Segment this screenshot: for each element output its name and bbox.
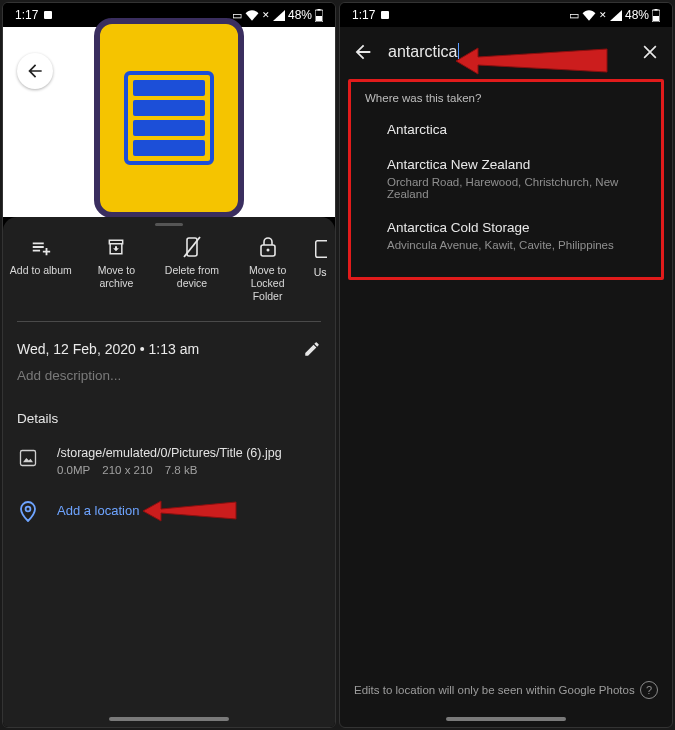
- no-sim-icon: ✕: [262, 10, 270, 20]
- notif-icon: [44, 11, 52, 19]
- close-icon: [640, 42, 660, 62]
- file-detail-row: /storage/emulated/0/Pictures/Title (6).j…: [3, 440, 335, 486]
- file-mp: 0.0MP: [57, 464, 90, 476]
- suggestion-item[interactable]: Antarctica Cold Storage Advincula Avenue…: [359, 212, 653, 263]
- footer-note: Edits to location will only be seen with…: [340, 681, 672, 699]
- image-icon: [17, 446, 39, 468]
- photo-preview: [3, 27, 335, 217]
- no-sim-icon: ✕: [599, 10, 607, 20]
- overflow-icon: [313, 238, 327, 260]
- lock-icon: [257, 236, 279, 258]
- clear-button[interactable]: [640, 42, 660, 62]
- divider: [17, 321, 321, 322]
- arrow-left-icon: [25, 61, 45, 81]
- svg-rect-11: [655, 9, 658, 11]
- help-button[interactable]: ?: [640, 681, 658, 699]
- action-row: Add to album Move to archive Delete from…: [3, 228, 335, 317]
- svg-point-9: [26, 507, 31, 512]
- status-time: 1:17: [15, 8, 38, 22]
- status-bar: 1:17 ▭ ✕ 48%: [340, 3, 672, 27]
- edit-datetime-button[interactable]: [303, 340, 321, 358]
- info-sheet: Add to album Move to archive Delete from…: [3, 217, 335, 727]
- svg-point-6: [266, 249, 269, 252]
- battery-pct: 48%: [625, 8, 649, 22]
- pencil-icon: [303, 340, 321, 358]
- battery-pct: 48%: [288, 8, 312, 22]
- signal-icon: [610, 10, 622, 21]
- suggestion-item[interactable]: Antarctica New Zealand Orchard Road, Har…: [359, 149, 653, 212]
- notif-icon: [381, 11, 389, 19]
- back-button[interactable]: [352, 41, 374, 63]
- gesture-bar: [446, 717, 566, 721]
- signal-icon: [273, 10, 285, 21]
- gesture-bar: [109, 717, 229, 721]
- svg-rect-2: [316, 16, 322, 21]
- svg-rect-1: [318, 9, 321, 11]
- add-location-link[interactable]: Add a location: [57, 503, 139, 518]
- playlist-add-icon: [30, 236, 52, 258]
- svg-rect-8: [21, 451, 36, 466]
- archive-button[interactable]: Move to archive: [83, 236, 149, 303]
- vpn-icon: ▭: [569, 9, 579, 22]
- right-screenshot: 1:17 ▭ ✕ 48% antarctica: [339, 2, 673, 728]
- image-content: [94, 18, 244, 218]
- overflow-action[interactable]: Us: [310, 236, 330, 303]
- archive-icon: [105, 236, 127, 258]
- svg-rect-12: [653, 16, 659, 21]
- delete-from-device-button[interactable]: Delete from device: [159, 236, 225, 303]
- description-input[interactable]: Add description...: [3, 362, 335, 401]
- status-time: 1:17: [352, 8, 375, 22]
- annotation-arrow-icon: [141, 492, 241, 530]
- svg-rect-7: [316, 241, 327, 258]
- file-dims: 210 x 210: [102, 464, 153, 476]
- pin-icon: [17, 498, 39, 522]
- sheet-grabber[interactable]: [155, 223, 183, 226]
- suggestions-prompt: Where was this taken?: [365, 92, 647, 104]
- arrow-left-icon: [352, 41, 374, 63]
- device-off-icon: [181, 236, 203, 258]
- photo-datetime: Wed, 12 Feb, 2020 • 1:13 am: [17, 341, 199, 357]
- battery-icon: [652, 9, 660, 22]
- details-header: Details: [3, 401, 335, 440]
- file-size: 7.8 kB: [165, 464, 198, 476]
- help-icon: ?: [646, 684, 652, 696]
- suggestions-box: Where was this taken? Antarctica Antarct…: [348, 79, 664, 280]
- locked-folder-button[interactable]: Move to Locked Folder: [235, 236, 301, 303]
- wifi-icon: [245, 10, 259, 21]
- add-to-album-button[interactable]: Add to album: [8, 236, 74, 303]
- wifi-icon: [582, 10, 596, 21]
- suggestion-item[interactable]: Antarctica: [359, 114, 653, 149]
- battery-icon: [315, 9, 323, 22]
- back-button[interactable]: [17, 53, 53, 89]
- file-path: /storage/emulated/0/Pictures/Title (6).j…: [57, 446, 282, 460]
- annotation-arrow-icon: [452, 43, 612, 79]
- left-screenshot: 1:17 ▭ ✕ 48%: [2, 2, 336, 728]
